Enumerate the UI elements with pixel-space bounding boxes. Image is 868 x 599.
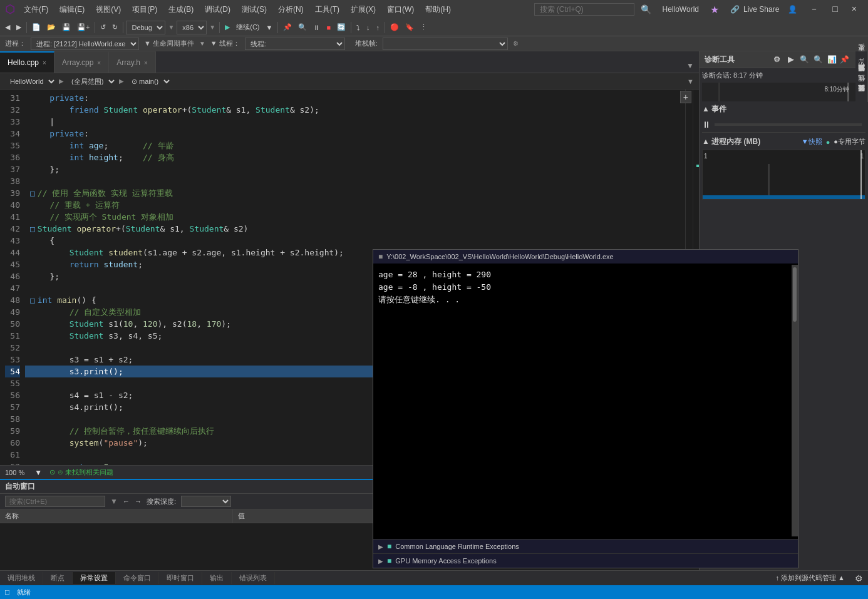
menu-test[interactable]: 测试(S) <box>237 3 272 16</box>
pause-button[interactable]: ⏸ <box>311 23 323 33</box>
tab-array-cpp[interactable]: Array.cpp × <box>54 51 109 73</box>
restart-button[interactable]: 🔄 <box>334 22 348 33</box>
tab-array-h-close[interactable]: × <box>144 59 148 66</box>
toolbar-separator-6 <box>351 22 351 33</box>
breadcrumb-project-select[interactable]: HelloWorld <box>5 76 56 86</box>
step-over-button[interactable]: ⤵ <box>354 23 363 33</box>
search-next-button[interactable]: → <box>135 498 142 505</box>
continue-button[interactable]: 继续(C) <box>234 21 262 33</box>
menu-build[interactable]: 生成(B) <box>163 3 199 16</box>
exception-item-1[interactable]: ▶ ■ Common Language Runtime Exceptions <box>373 539 798 553</box>
editor-options-button[interactable]: ▼ <box>687 78 694 85</box>
debug-tab-exceptions[interactable]: 异常设置 <box>73 572 116 584</box>
back-button[interactable]: ◀ <box>3 22 13 33</box>
menu-analyze[interactable]: 分析(N) <box>273 3 309 16</box>
diag-zoom-in-icon[interactable]: 🔍 <box>798 54 810 65</box>
debug-tab-output[interactable]: 输出 <box>202 572 232 584</box>
diag-pin-button[interactable]: 📌 <box>840 55 849 64</box>
undo-button[interactable]: ↺ <box>98 22 108 33</box>
events-label: ▲ 事件 <box>702 104 865 115</box>
minimize-button[interactable]: － <box>803 3 825 16</box>
diag-chart-icon[interactable]: 📊 <box>826 54 837 65</box>
diag-forward-icon[interactable]: ▶ <box>785 54 796 65</box>
vtab-team-explorer[interactable]: 团队资源管理器 <box>855 92 868 102</box>
breadcrumb-scope-select[interactable]: (全局范围) <box>66 76 116 86</box>
console-scrollbar[interactable] <box>792 265 798 536</box>
breadcrumb-symbol-select[interactable]: ⊙ main() <box>127 76 172 86</box>
tab-array-cpp-close[interactable]: × <box>97 59 101 66</box>
person-icon[interactable]: 👤 <box>788 5 797 14</box>
console-scrollbar-thumb[interactable] <box>793 267 797 322</box>
menu-debug[interactable]: 调试(D) <box>200 3 235 16</box>
autos-search-input[interactable] <box>5 496 105 507</box>
tab-array-h[interactable]: Array.h × <box>109 51 156 73</box>
zoom-dropdown[interactable]: ▼ <box>34 468 42 477</box>
search-prev-button[interactable]: ← <box>123 498 130 505</box>
forward-button[interactable]: ▶ <box>14 22 24 33</box>
new-file-button[interactable]: 📄 <box>29 22 43 33</box>
diag-zoom-out-icon[interactable]: 🔍 <box>812 54 824 65</box>
issues-status: ⊙ ⊙ 未找到相关问题 <box>49 468 113 477</box>
menu-project[interactable]: 项目(P) <box>127 3 162 16</box>
debug-tab-breakpoints[interactable]: 断点 <box>43 572 73 584</box>
debug-config-dropdown[interactable]: Debug <box>126 21 165 34</box>
snapshot-dropdown[interactable]: ▼快照 <box>802 137 822 146</box>
start-button[interactable]: ▶ <box>222 22 232 33</box>
open-file-button[interactable]: 📂 <box>44 22 58 33</box>
breakpoints-button[interactable]: 🔴 <box>388 22 401 33</box>
tab-hello-cpp[interactable]: Hello.cpp × <box>0 51 54 73</box>
diagnostics-header: 诊断工具 ⚙ ▶ 🔍 🔍 📊 📌 × <box>700 51 868 68</box>
more-tools[interactable]: ⋮ <box>418 22 430 33</box>
menu-extensions[interactable]: 扩展(X) <box>346 3 381 16</box>
add-watch-button[interactable]: + <box>680 91 691 103</box>
debug-tab-callstack[interactable]: 调用堆栈 <box>0 572 43 584</box>
search-dropdown-button[interactable]: ▼ <box>110 497 118 506</box>
debug-tab-error[interactable]: 错误列表 <box>232 572 275 584</box>
bookmark-button[interactable]: 🔖 <box>403 22 416 33</box>
maximize-button[interactable]: □ <box>826 3 844 16</box>
live-share-icon[interactable]: 🔗 <box>730 5 740 14</box>
save-all-button[interactable]: 💾+ <box>75 22 92 33</box>
step-into-button[interactable]: ↓ <box>364 23 373 33</box>
stop-button[interactable]: ■ <box>324 23 333 33</box>
close-button[interactable]: × <box>845 3 863 16</box>
settings-icon[interactable]: ⚙ <box>850 572 868 585</box>
tab-hello-cpp-label: Hello.cpp <box>8 58 39 67</box>
search-depth-select[interactable] <box>181 496 231 507</box>
redo-button[interactable]: ↻ <box>110 22 120 33</box>
attach-button[interactable]: 📌 <box>281 22 294 33</box>
tab-more-button[interactable]: ▼ <box>681 59 699 73</box>
platform-dropdown[interactable]: x86 <box>177 21 207 34</box>
menu-file[interactable]: 文件(F) <box>19 3 53 16</box>
vtab-git-changes[interactable]: Git 变更 <box>855 51 868 72</box>
breadcrumb-bar: HelloWorld ▶ (全局范围) ▶ ⊙ main() ▼ <box>0 73 699 90</box>
events-play-button[interactable]: ⏸ <box>702 120 711 130</box>
process-dropdown[interactable]: 进程: [21212] HelloWorld.exe <box>31 38 139 50</box>
exception-item-2[interactable]: ▶ ■ GPU Memory Access Exceptions <box>373 553 798 568</box>
more-options[interactable]: ⚙ <box>513 40 519 47</box>
zoom-out-button[interactable]: 🔍 <box>296 22 309 33</box>
menu-view[interactable]: 视图(V) <box>91 3 126 16</box>
debug-tab-immediate[interactable]: 即时窗口 <box>159 572 202 584</box>
menu-tools[interactable]: 工具(T) <box>310 3 344 16</box>
menu-help[interactable]: 帮助(H) <box>420 3 456 16</box>
thread-dropdown[interactable]: 线程: <box>245 38 345 50</box>
global-search-input[interactable] <box>534 3 634 16</box>
save-button[interactable]: 💾 <box>59 22 73 33</box>
callstack-dropdown[interactable] <box>383 38 508 50</box>
live-share-label[interactable]: Live Share <box>743 5 779 14</box>
lifecycle-arrow[interactable]: ▼ <box>199 40 205 47</box>
toolbar-separator-2 <box>95 22 95 33</box>
menu-window[interactable]: 窗口(W) <box>382 3 419 16</box>
step-out-button[interactable]: ↑ <box>374 23 383 33</box>
tab-hello-cpp-close[interactable]: × <box>43 59 46 66</box>
menu-edit[interactable]: 编辑(E) <box>54 3 90 16</box>
continue-dropdown[interactable]: ▼ <box>264 23 276 33</box>
debug-tab-command[interactable]: 命令窗口 <box>116 572 159 584</box>
add-source-button[interactable]: ↑ 添加到源代码管理 ▲ <box>771 572 850 584</box>
vtab-solution-explorer[interactable]: 解决方案资源管理器 <box>855 72 868 82</box>
vtab-properties[interactable]: 属性 <box>855 82 868 92</box>
lifecycle-label[interactable]: ▼ 生命周期事件 <box>144 39 194 48</box>
diagnostics-timeline[interactable]: 8:10分钟 <box>702 83 865 101</box>
diag-settings-icon[interactable]: ⚙ <box>771 54 782 65</box>
